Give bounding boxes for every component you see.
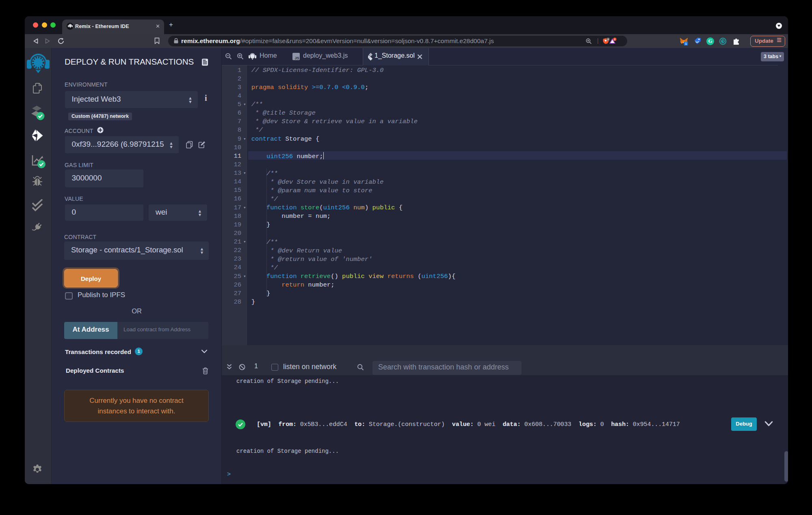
svg-text:1: 1 [685,42,686,46]
